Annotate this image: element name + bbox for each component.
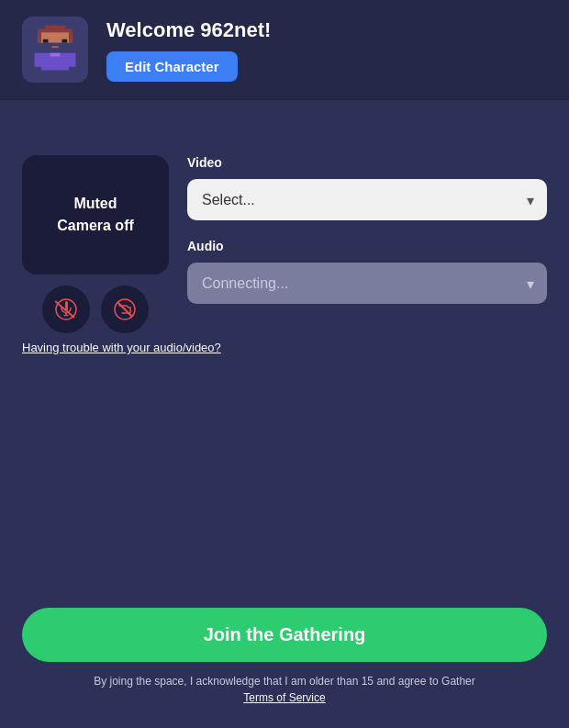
trouble-link[interactable]: Having trouble with your audio/video?	[22, 341, 221, 354]
controls-row	[22, 286, 169, 333]
svg-rect-3	[43, 39, 49, 43]
svg-rect-1	[41, 29, 69, 33]
camera-off-label: Camera off	[57, 218, 134, 234]
header: Welcome 962net! Edit Character	[0, 0, 569, 100]
welcome-title: Welcome 962net!	[106, 18, 271, 42]
avatar	[22, 17, 88, 83]
svg-rect-0	[45, 26, 66, 29]
avatar-image	[28, 22, 83, 77]
video-label: Video	[187, 155, 547, 170]
muted-label: Muted	[73, 196, 117, 212]
audio-select-wrapper: Connecting... Default Microphone Headset…	[187, 263, 547, 304]
camera-off-icon	[114, 298, 136, 320]
svg-rect-4	[62, 39, 68, 43]
terms-of-service-link[interactable]: Terms of Service	[94, 689, 475, 706]
bottom-section: Join the Gathering By joing the space, I…	[0, 589, 569, 728]
svg-rect-11	[50, 53, 60, 57]
camera-toggle-button[interactable]	[101, 286, 149, 333]
join-gathering-button[interactable]: Join the Gathering	[22, 608, 547, 662]
preview-column: Muted Camera off	[22, 155, 169, 333]
svg-rect-7	[35, 53, 42, 67]
header-text: Welcome 962net! Edit Character	[106, 18, 271, 82]
av-controls: Video Select... Default Camera HD Webcam…	[187, 155, 547, 315]
svg-rect-8	[69, 53, 76, 67]
audio-label: Audio	[187, 239, 547, 253]
svg-rect-9	[38, 29, 41, 43]
main-content: Muted Camera off	[0, 100, 569, 373]
video-select[interactable]: Select... Default Camera HD Webcam Virtu…	[187, 179, 547, 220]
terms-line1: By joing the space, I acknowledge that I…	[94, 675, 475, 688]
mic-muted-icon	[55, 298, 77, 320]
terms-text: By joing the space, I acknowledge that I…	[94, 673, 475, 706]
mute-toggle-button[interactable]	[42, 286, 90, 333]
audio-select[interactable]: Connecting... Default Microphone Headset…	[187, 263, 547, 304]
av-setup: Muted Camera off	[22, 155, 547, 333]
preview-box: Muted Camera off	[22, 155, 169, 274]
edit-character-button[interactable]: Edit Character	[106, 51, 238, 82]
svg-rect-10	[69, 29, 73, 43]
video-select-wrapper: Select... Default Camera HD Webcam Virtu…	[187, 179, 547, 220]
svg-rect-5	[51, 46, 59, 48]
